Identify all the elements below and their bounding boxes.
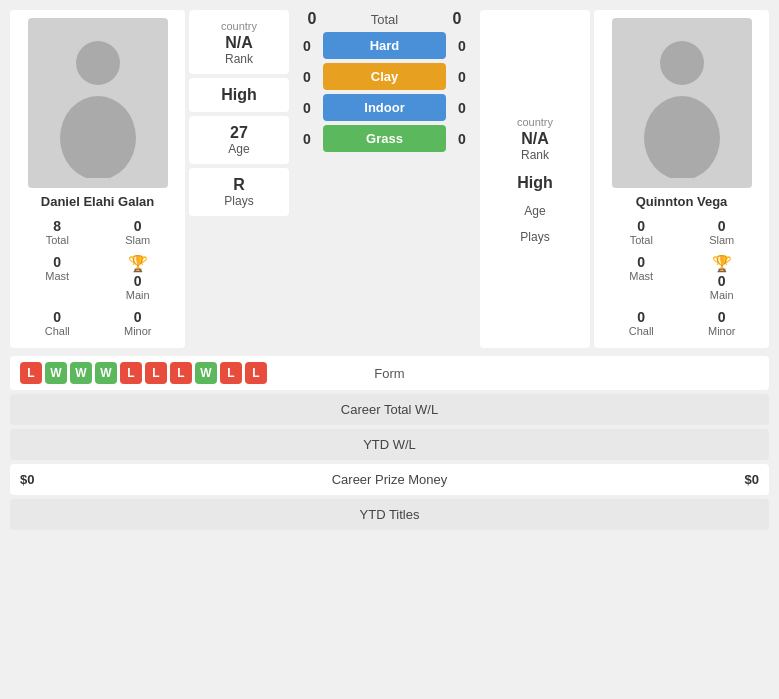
left-plays-label: Plays [224,194,253,208]
right-total-value: 0 [637,218,645,234]
total-row: 0 Total 0 [293,10,476,28]
hard-court-row: 0 Hard 0 [295,32,474,59]
left-age-box: 27 Age [189,116,289,164]
court-buttons: 0 Hard 0 0 Clay 0 0 Indoor 0 [293,32,476,152]
indoor-court-button[interactable]: Indoor [323,94,446,121]
form-section: LWWWLLLWLL Form [10,356,769,390]
right-high-value: High [517,174,553,192]
form-badge-1: W [45,362,67,384]
total-score-left: 0 [297,10,327,28]
left-plays-box: R Plays [189,168,289,216]
left-chall-stat: 0 Chall [18,306,97,340]
left-high-value: High [221,86,257,104]
career-prize-row: $0Career Prize Money$0 [10,464,769,495]
left-minor-value: 0 [134,309,142,325]
total-score-right: 0 [442,10,472,28]
right-total-label: Total [630,234,653,246]
main-container: Daniel Elahi Galan 8 Total 0 Slam 0 Mast… [0,0,779,544]
indoor-score-left: 0 [295,100,319,116]
indoor-court-row: 0 Indoor 0 [295,94,474,121]
right-minor-label: Minor [708,325,736,337]
right-total-stat: 0 Total [602,215,681,249]
right-mast-stat: 0 Mast [602,251,681,304]
left-minor-label: Minor [124,325,152,337]
right-main-label: Main [710,289,734,301]
form-badge-7: W [195,362,217,384]
ytd-titles-label: YTD Titles [360,507,420,522]
right-mast-value: 0 [637,254,645,270]
left-player-stats: 8 Total 0 Slam 0 Mast 🏆 0 Main 0 [18,215,177,340]
middle-section: country N/A Rank High 27 Age R Plays [189,10,590,348]
right-stats-inner: country N/A Rank High Age Plays [488,114,582,244]
right-player-stats: 0 Total 0 Slam 0 Mast 🏆 0 Main 0 [602,215,761,340]
grass-court-button[interactable]: Grass [323,125,446,152]
form-badge-8: L [220,362,242,384]
left-player-avatar [28,18,168,188]
left-rank-label: Rank [225,52,253,66]
form-label: Form [350,366,430,381]
right-slam-value: 0 [718,218,726,234]
right-slam-stat: 0 Slam [683,215,762,249]
career-prize-label: Career Prize Money [205,472,575,487]
total-label: Total [327,12,442,27]
hard-court-button[interactable]: Hard [323,32,446,59]
clay-score-left: 0 [295,69,319,85]
left-trophy-stat: 🏆 0 Main [99,251,178,304]
left-country-flag: country [221,20,257,32]
right-rank-label: Rank [517,148,553,162]
comparison-row: Daniel Elahi Galan 8 Total 0 Slam 0 Mast… [10,10,769,348]
form-badge-6: L [170,362,192,384]
left-slam-label: Slam [125,234,150,246]
right-age-label: Age [524,204,545,218]
grass-score-left: 0 [295,131,319,147]
left-age-label: Age [228,142,249,156]
bottom-rows-container: Career Total W/LYTD W/L$0Career Prize Mo… [10,394,769,530]
grass-score-right: 0 [450,131,474,147]
svg-point-0 [76,41,120,85]
right-player-name: Quinnton Vega [636,194,728,209]
right-country-item: country N/A Rank [517,114,553,162]
svg-point-1 [60,96,136,178]
clay-court-button[interactable]: Clay [323,63,446,90]
right-player-card: Quinnton Vega 0 Total 0 Slam 0 Mast 🏆 0 [594,10,769,348]
left-stats-column: country N/A Rank High 27 Age R Plays [189,10,289,348]
right-chall-stat: 0 Chall [602,306,681,340]
left-main-value: 0 [134,273,142,289]
form-badge-2: W [70,362,92,384]
right-trophy-stat: 🏆 0 Main [683,251,762,304]
left-age-value: 27 [230,124,248,142]
right-mast-label: Mast [629,270,653,282]
ytd-titles-row: YTD Titles [10,499,769,530]
ytd-wl-row: YTD W/L [10,429,769,460]
left-mast-value: 0 [53,254,61,270]
right-rank-value: N/A [517,130,553,148]
career-total-wl-row: Career Total W/L [10,394,769,425]
right-player-avatar [612,18,752,188]
left-player-silhouette [48,28,148,178]
ytd-wl-label: YTD W/L [363,437,416,452]
left-chall-label: Chall [45,325,70,337]
clay-score-right: 0 [450,69,474,85]
right-plays-label: Plays [520,230,549,244]
right-age-item: Age [524,204,545,218]
right-slam-label: Slam [709,234,734,246]
right-player-silhouette [632,28,732,178]
left-mast-stat: 0 Mast [18,251,97,304]
form-badge-3: W [95,362,117,384]
clay-court-row: 0 Clay 0 [295,63,474,90]
left-chall-value: 0 [53,309,61,325]
right-minor-value: 0 [718,309,726,325]
indoor-score-right: 0 [450,100,474,116]
left-slam-value: 0 [134,218,142,234]
left-rank-value: N/A [225,34,253,52]
form-badge-9: L [245,362,267,384]
left-minor-stat: 0 Minor [99,306,178,340]
left-plays-value: R [233,176,245,194]
career-prize-left-val: $0 [20,472,205,487]
left-player-card: Daniel Elahi Galan 8 Total 0 Slam 0 Mast… [10,10,185,348]
left-total-label: Total [46,234,69,246]
center-court-column: 0 Total 0 0 Hard 0 0 Clay 0 [293,10,476,348]
right-trophy-icon: 🏆 [712,254,732,273]
right-stats-box: country N/A Rank High Age Plays [480,10,590,348]
left-main-label: Main [126,289,150,301]
